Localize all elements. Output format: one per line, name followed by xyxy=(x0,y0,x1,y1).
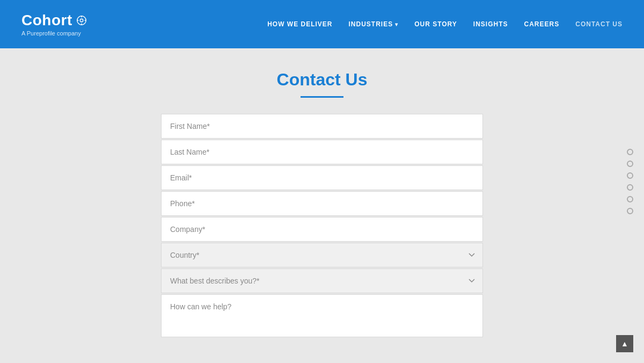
main-nav: HOW WE DELIVER INDUSTRIES ▾ OUR STORY IN… xyxy=(267,20,623,28)
contact-form: Country* What best describes you?* xyxy=(161,114,483,337)
page-title: Contact Us xyxy=(277,70,368,90)
side-dot-3[interactable] xyxy=(627,172,633,179)
describes-you-select[interactable]: What best describes you?* xyxy=(161,268,483,293)
phone-input[interactable] xyxy=(161,191,483,216)
email-input[interactable] xyxy=(161,165,483,190)
nav-our-story[interactable]: OUR STORY xyxy=(414,20,457,28)
nav-contact-us[interactable]: CONTACT US xyxy=(575,20,623,28)
side-dot-2[interactable] xyxy=(627,161,633,167)
nav-how-we-deliver[interactable]: HOW WE DELIVER xyxy=(267,20,332,28)
logo[interactable]: Cohort A Pureprofile company xyxy=(21,12,87,37)
side-dot-1[interactable] xyxy=(627,149,633,155)
title-underline xyxy=(301,96,343,98)
company-input[interactable] xyxy=(161,217,483,242)
header: Cohort A Pureprofile company HOW WE DELI… xyxy=(0,0,644,48)
how-can-we-help-textarea[interactable] xyxy=(161,294,483,337)
scroll-to-top-button[interactable]: ▲ xyxy=(616,335,633,352)
logo-icon xyxy=(76,14,87,26)
last-name-input[interactable] xyxy=(161,140,483,164)
nav-insights[interactable]: INSIGHTS xyxy=(473,20,508,28)
side-navigation xyxy=(627,149,633,214)
svg-point-1 xyxy=(80,19,83,22)
logo-name: Cohort xyxy=(21,12,72,29)
side-dot-5[interactable] xyxy=(627,196,633,202)
nav-industries[interactable]: INDUSTRIES ▾ xyxy=(348,20,398,28)
logo-subtitle: A Pureprofile company xyxy=(21,30,87,37)
nav-careers[interactable]: CAREERS xyxy=(524,20,560,28)
first-name-input[interactable] xyxy=(161,114,483,139)
logo-text: Cohort xyxy=(21,12,87,29)
side-dot-6[interactable] xyxy=(627,208,633,214)
main-content: Contact Us Country* What best describes … xyxy=(0,48,644,363)
country-select[interactable]: Country* xyxy=(161,243,483,267)
side-dot-4[interactable] xyxy=(627,184,633,191)
industries-dropdown-icon: ▾ xyxy=(395,21,398,27)
